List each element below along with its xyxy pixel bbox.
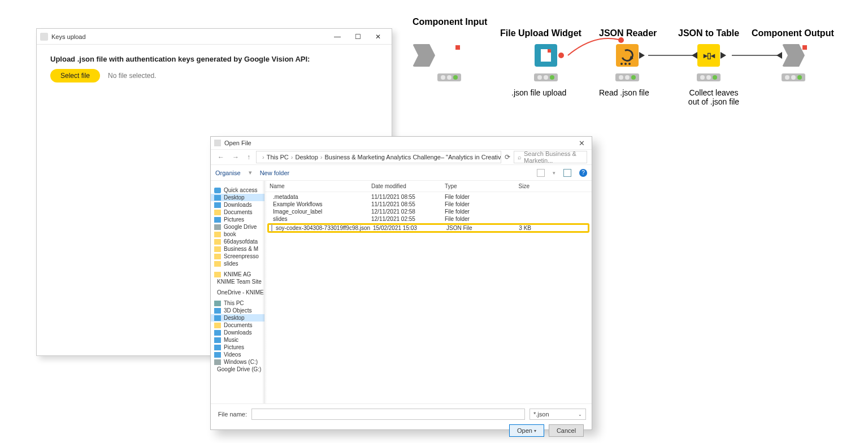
keys-titlebar: Keys upload ― ☐ ✕ bbox=[37, 29, 392, 45]
data-in-port-icon bbox=[776, 52, 782, 59]
refresh-button[interactable]: ⟳ bbox=[505, 153, 510, 161]
col-size[interactable]: Size bbox=[496, 183, 530, 189]
nav-item[interactable]: Google Drive bbox=[211, 223, 264, 231]
nav-item[interactable]: Screenpresso bbox=[211, 253, 264, 260]
preview-pane-button[interactable] bbox=[563, 169, 571, 177]
nav-item[interactable]: Business & M bbox=[211, 245, 264, 253]
file-row[interactable]: slides12/11/2021 02:55File folder bbox=[265, 215, 592, 223]
dialog-icon bbox=[214, 140, 221, 146]
nav-item[interactable]: Desktop bbox=[211, 194, 264, 201]
nav-item[interactable]: Videos bbox=[211, 351, 264, 358]
data-out-port-icon bbox=[639, 52, 645, 59]
no-file-label: No file selected. bbox=[108, 72, 156, 80]
nav-item[interactable]: KNIME Team Site bbox=[211, 278, 264, 285]
nav-onedrive[interactable]: OneDrive - KNIME bbox=[211, 289, 264, 296]
nav-item[interactable]: Music bbox=[211, 336, 264, 344]
col-name[interactable]: Name bbox=[270, 183, 371, 189]
flow-var-out-icon bbox=[558, 53, 564, 58]
app-icon bbox=[40, 33, 48, 41]
select-file-button[interactable]: Select file bbox=[50, 69, 100, 82]
node-title: JSON to Table bbox=[678, 28, 739, 38]
maximize-button[interactable]: ☐ bbox=[348, 31, 368, 43]
file-name-label: File name: bbox=[216, 411, 247, 418]
file-row[interactable]: soy-codex-304308-733019ff9c98.json15/02/… bbox=[267, 223, 589, 233]
nav-pane: Quick access Desktop Downloads Documents… bbox=[211, 181, 265, 403]
node-title: Component Input bbox=[413, 17, 487, 27]
node-status bbox=[437, 73, 461, 81]
open-close-button[interactable]: ✕ bbox=[575, 139, 588, 147]
nav-item[interactable]: book bbox=[211, 231, 264, 238]
file-row[interactable]: .metadata11/11/2021 08:55File folder bbox=[265, 193, 592, 201]
reader-icon bbox=[619, 47, 635, 63]
file-icon bbox=[541, 49, 551, 62]
nav-item[interactable]: Windows (C:) bbox=[211, 358, 264, 366]
node-sub: Collect leaves out of .json file bbox=[683, 88, 745, 106]
minimize-button[interactable]: ― bbox=[327, 31, 348, 43]
breadcrumb-item[interactable]: Desktop bbox=[295, 154, 318, 160]
json-to-table-node[interactable]: ▸▯◂ bbox=[697, 44, 720, 67]
node-status bbox=[615, 73, 639, 81]
close-button[interactable]: ✕ bbox=[368, 31, 388, 43]
address-row: ← → ↑ › This PC › Desktop › Business & M… bbox=[211, 149, 592, 165]
cancel-button[interactable]: Cancel bbox=[549, 424, 584, 437]
json-reader-node[interactable] bbox=[616, 44, 639, 67]
open-button[interactable]: Open ▾ bbox=[509, 424, 544, 437]
nav-item[interactable]: Desktop bbox=[211, 314, 264, 322]
nav-thispc[interactable]: This PC bbox=[211, 299, 264, 307]
file-list: Name Date modified Type Size .metadata11… bbox=[265, 181, 592, 403]
nav-fwd-button[interactable]: → bbox=[230, 153, 241, 161]
organise-menu[interactable]: Organise bbox=[215, 170, 241, 176]
flow-var-port-icon bbox=[802, 45, 807, 50]
toolbar-row: Organise▾ New folder ▾ ? bbox=[211, 165, 592, 181]
file-row[interactable]: Example Workflows11/11/2021 08:55File fo… bbox=[265, 201, 592, 208]
nav-item[interactable]: Downloads bbox=[211, 201, 264, 209]
col-date[interactable]: Date modified bbox=[371, 183, 445, 189]
open-footer: File name: *.json⌄ Open ▾ Cancel bbox=[211, 403, 592, 441]
node-title: JSON Reader bbox=[599, 28, 657, 38]
file-row[interactable]: Image_colour_label12/11/2021 02:58File f… bbox=[265, 208, 592, 215]
view-options-button[interactable] bbox=[537, 169, 545, 177]
open-file-titlebar: Open File ✕ bbox=[211, 137, 592, 149]
nav-item[interactable]: Pictures bbox=[211, 216, 264, 223]
help-button[interactable]: ? bbox=[579, 169, 587, 177]
nav-quick-access[interactable]: Quick access bbox=[211, 186, 264, 194]
open-file-title: Open File bbox=[224, 140, 251, 146]
json-table-icon: ▸▯◂ bbox=[704, 51, 714, 60]
open-file-window: Open File ✕ ← → ↑ › This PC › Desktop › … bbox=[210, 136, 592, 430]
keys-heading: Upload .json file with authentication ke… bbox=[50, 55, 378, 63]
component-output-node[interactable] bbox=[782, 44, 805, 67]
component-input-node[interactable] bbox=[413, 44, 435, 67]
node-status bbox=[697, 73, 721, 81]
nav-item[interactable]: Downloads bbox=[211, 329, 264, 336]
nav-back-button[interactable]: ← bbox=[215, 153, 227, 161]
search-placeholder: Search Business & Marketin... bbox=[524, 150, 583, 164]
file-type-filter[interactable]: *.json⌄ bbox=[530, 409, 586, 420]
data-in-port-icon bbox=[692, 52, 697, 59]
node-status bbox=[534, 73, 558, 81]
nav-item[interactable]: 3D Objects bbox=[211, 307, 264, 314]
nav-item[interactable]: Documents bbox=[211, 209, 264, 216]
search-input[interactable]: ⌕ Search Business & Marketin... bbox=[514, 151, 587, 163]
new-folder-button[interactable]: New folder bbox=[260, 170, 290, 176]
file-upload-node[interactable] bbox=[535, 44, 557, 67]
nav-knime[interactable]: KNIME AG bbox=[211, 271, 264, 278]
breadcrumb-item[interactable]: Business & Marketing Analytics Challenge… bbox=[325, 154, 502, 160]
nav-item[interactable]: Pictures bbox=[211, 344, 264, 351]
breadcrumb-item[interactable]: This PC bbox=[267, 154, 289, 160]
nav-item[interactable]: 66daysofdata bbox=[211, 238, 264, 245]
node-sub: Read .json file bbox=[599, 88, 649, 97]
file-name-input[interactable] bbox=[251, 409, 525, 420]
data-out-port-icon bbox=[721, 52, 726, 59]
breadcrumb[interactable]: › This PC › Desktop › Business & Marketi… bbox=[256, 151, 501, 163]
node-status bbox=[782, 73, 805, 81]
nav-up-button[interactable]: ↑ bbox=[245, 153, 253, 161]
nav-item[interactable]: Google Drive (G:) bbox=[211, 366, 264, 373]
nav-item[interactable]: slides bbox=[211, 260, 264, 267]
col-type[interactable]: Type bbox=[445, 183, 496, 189]
workflow-canvas: Component Input File Upload Widget .json… bbox=[413, 17, 859, 130]
nav-item[interactable]: Documents bbox=[211, 322, 264, 329]
list-header: Name Date modified Type Size bbox=[265, 181, 592, 192]
keys-title: Keys upload bbox=[51, 33, 86, 40]
flow-var-in-icon bbox=[618, 37, 624, 43]
flow-var-port-icon bbox=[455, 45, 460, 50]
